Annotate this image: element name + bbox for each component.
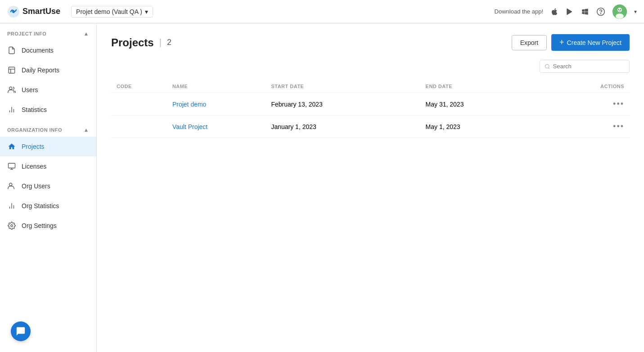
create-project-label: Create New Project: [567, 39, 621, 46]
playstore-icon-btn[interactable]: [566, 8, 574, 16]
windows-icon: [581, 8, 589, 16]
project-info-section-header: PROJECT INFO ▲: [0, 23, 96, 40]
sidebar-item-users[interactable]: Users: [0, 80, 96, 100]
table-row: Vault Project January 1, 2023 May 1, 202…: [111, 116, 630, 138]
chat-icon: [16, 326, 26, 336]
row-start-date: January 1, 2023: [266, 116, 420, 138]
sidebar-item-label: Org Statistics: [22, 202, 59, 209]
row-end-date: May 31, 2023: [420, 93, 555, 116]
svg-point-19: [9, 183, 12, 186]
org-info-label: ORGANIZATION INFO: [7, 127, 62, 133]
svg-point-12: [9, 87, 12, 89]
row-code: [111, 93, 167, 116]
svg-rect-16: [9, 163, 15, 168]
sidebar-item-label: Org Users: [22, 183, 50, 190]
page-actions: Export + Create New Project: [512, 34, 630, 51]
search-box: [540, 60, 630, 73]
sidebar-item-label: Statistics: [22, 106, 47, 113]
app-body: PROJECT INFO ▲ Documents Daily Reports: [0, 23, 644, 352]
document-icon: [7, 46, 16, 55]
avatar-image: [612, 4, 627, 19]
user-menu-chevron[interactable]: ▾: [634, 9, 637, 15]
search-area: [111, 60, 630, 73]
help-icon: [596, 7, 605, 16]
project-selector-chevron: ▾: [145, 8, 148, 15]
row-actions: •••: [555, 116, 630, 138]
row-name: Vault Project: [167, 116, 266, 138]
sidebar-item-projects[interactable]: Projects: [0, 137, 96, 156]
row-name: Projet demo: [167, 93, 266, 116]
download-label: Download the app!: [495, 8, 543, 15]
svg-point-7: [618, 9, 619, 10]
sidebar-item-documents[interactable]: Documents: [0, 40, 96, 60]
row-actions-menu[interactable]: •••: [613, 99, 624, 108]
title-divider: |: [159, 37, 162, 48]
reports-icon: [7, 66, 16, 75]
logo-text: SmartUse: [23, 7, 60, 16]
org-info-section-header: ORGANIZATION INFO ▲: [0, 120, 96, 137]
col-code: CODE: [111, 80, 167, 93]
svg-point-2: [597, 8, 605, 15]
home-icon: [7, 142, 16, 151]
topnav: SmartUse Projet demo (Vault QA ) ▾ Downl…: [0, 0, 644, 23]
sidebar-item-statistics[interactable]: Statistics: [0, 100, 96, 120]
sidebar-item-org-users[interactable]: Org Users: [0, 176, 96, 196]
svg-point-24: [545, 64, 549, 68]
apple-icon-btn[interactable]: [550, 8, 558, 16]
user-avatar[interactable]: [612, 4, 627, 19]
projects-table: CODE NAME START DATE END DATE ACTIONS Pr…: [111, 80, 630, 138]
org-info-collapse-btn[interactable]: ▲: [84, 127, 89, 133]
logo[interactable]: SmartUse: [7, 5, 60, 18]
svg-point-1: [12, 10, 15, 13]
col-end-date: END DATE: [420, 80, 555, 93]
project-link[interactable]: Vault Project: [172, 123, 207, 130]
create-project-button[interactable]: + Create New Project: [551, 34, 630, 51]
org-statistics-icon: [7, 201, 16, 210]
chat-bubble[interactable]: [11, 321, 31, 341]
svg-line-25: [549, 67, 549, 68]
sidebar-item-licenses[interactable]: Licenses: [0, 156, 96, 176]
row-code: [111, 116, 167, 138]
search-input[interactable]: [553, 63, 625, 70]
create-plus-icon: +: [559, 38, 564, 47]
sidebar-item-label: Users: [22, 86, 38, 94]
col-actions: ACTIONS: [555, 80, 630, 93]
sidebar-item-org-settings[interactable]: Org Settings: [0, 216, 96, 236]
help-icon-btn[interactable]: [596, 7, 605, 16]
sidebar-item-label: Licenses: [22, 163, 46, 170]
sidebar-item-label: Documents: [22, 47, 54, 54]
project-link[interactable]: Projet demo: [172, 101, 206, 108]
topnav-right: Download the app!: [495, 4, 637, 19]
statistics-icon: [7, 105, 16, 114]
svg-point-6: [616, 13, 624, 19]
col-start-date: START DATE: [266, 80, 420, 93]
sidebar-item-org-statistics[interactable]: Org Statistics: [0, 196, 96, 216]
svg-rect-9: [9, 67, 15, 73]
sidebar-item-daily-reports[interactable]: Daily Reports: [0, 60, 96, 80]
project-info-collapse-btn[interactable]: ▲: [84, 31, 89, 37]
users-icon: [7, 85, 16, 94]
export-button[interactable]: Export: [512, 35, 547, 50]
playstore-icon: [566, 8, 574, 16]
table-row: Projet demo February 13, 2023 May 31, 20…: [111, 93, 630, 116]
svg-point-3: [601, 13, 601, 13]
search-icon: [545, 63, 550, 70]
apple-icon: [550, 8, 558, 16]
svg-point-5: [617, 8, 622, 12]
svg-point-8: [620, 9, 621, 10]
project-selector[interactable]: Projet demo (Vault QA ) ▾: [71, 6, 153, 18]
project-selector-label: Projet demo (Vault QA ): [76, 8, 142, 15]
page-title: Projects: [111, 36, 154, 49]
row-actions-menu[interactable]: •••: [613, 122, 624, 131]
smartuse-logo-icon: [7, 5, 20, 18]
sidebar-item-label: Daily Reports: [22, 67, 59, 74]
sidebar-item-label: Org Settings: [22, 222, 57, 229]
row-end-date: May 1, 2023: [420, 116, 555, 138]
row-start-date: February 13, 2023: [266, 93, 420, 116]
licenses-icon: [7, 162, 16, 171]
page-header: Projects | 2 Export + Create New Project: [111, 34, 630, 51]
main-content: Projects | 2 Export + Create New Project: [97, 23, 644, 352]
svg-point-23: [11, 225, 13, 227]
org-users-icon: [7, 182, 16, 191]
windows-icon-btn[interactable]: [581, 8, 589, 16]
